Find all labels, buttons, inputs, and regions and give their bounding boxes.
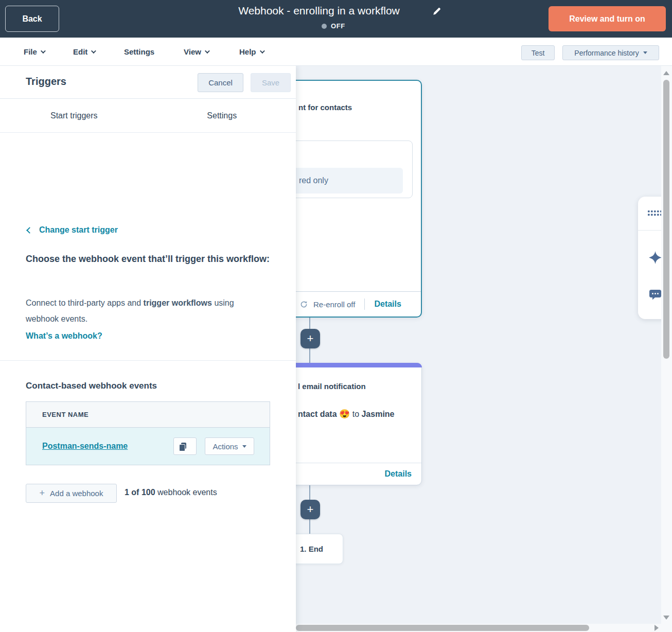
event-name-link[interactable]: Postman-sends-name: [42, 442, 128, 451]
menu-view[interactable]: View: [184, 38, 208, 65]
caret-down-icon: [242, 445, 246, 448]
tab-settings[interactable]: Settings: [148, 99, 296, 132]
scroll-right-arrow[interactable]: [655, 625, 659, 631]
table-header-event-name: EVENT NAME: [26, 402, 270, 428]
action-card-body: ntact data 😍 to Jasmine: [298, 409, 395, 419]
back-button[interactable]: Back: [5, 6, 59, 32]
menubar: File Edit Settings View Help Test Perfor…: [0, 38, 672, 66]
change-start-trigger-link[interactable]: Change start trigger: [27, 225, 118, 235]
workflow-title: Webhook - enrolling in a workflow: [175, 5, 463, 17]
workflow-editor-screen: nt for contacts red only Re-enroll off D…: [0, 0, 672, 632]
scroll-up-arrow[interactable]: [663, 71, 669, 75]
vertical-scrollbar[interactable]: [661, 66, 672, 624]
panel-intro-text: Connect to third-party apps and trigger …: [26, 295, 257, 327]
status-dot-icon: [322, 24, 327, 29]
add-action-button[interactable]: +: [300, 329, 320, 348]
chevron-down-icon: [41, 48, 46, 54]
caret-down-icon: [643, 51, 647, 54]
menu-settings[interactable]: Settings: [124, 38, 154, 65]
horizontal-scrollbar-thumb[interactable]: [296, 625, 589, 631]
panel-tabs: Start triggers Settings: [0, 99, 296, 133]
menu-edit[interactable]: Edit: [73, 38, 95, 65]
action-card-title: l email notification: [298, 382, 366, 391]
vertical-scrollbar-thumb[interactable]: [663, 80, 669, 359]
webhook-count: 1 of 100 webhook events: [125, 488, 217, 497]
actions-dropdown-button[interactable]: Actions: [205, 437, 254, 455]
save-button[interactable]: Save: [251, 73, 291, 92]
test-button[interactable]: Test: [521, 45, 555, 60]
table-row: Postman-sends-name Actions: [26, 428, 270, 465]
chevron-down-icon: [91, 48, 96, 54]
webhook-events-table: EVENT NAME Postman-sends-name Actions: [26, 401, 270, 465]
menu-help[interactable]: Help: [239, 38, 263, 65]
heart-eyes-emoji: 😍: [339, 409, 350, 419]
section-title: Contact-based webhook events: [26, 381, 157, 391]
scroll-down-arrow[interactable]: [663, 616, 669, 620]
triggers-panel-header: Triggers Cancel Save: [0, 66, 296, 99]
reenroll-refresh-icon: [299, 300, 308, 309]
trigger-card-title: nt for contacts: [298, 103, 352, 112]
add-action-button[interactable]: +: [300, 500, 320, 519]
panel-heading: Choose the webhook event that’ll trigger…: [26, 252, 273, 266]
trigger-filter-text: red only: [299, 168, 328, 194]
chevron-down-icon: [205, 48, 210, 54]
panel-title: Triggers: [26, 76, 66, 87]
workflow-status: OFF: [322, 22, 345, 30]
whats-a-webhook-link[interactable]: What’s a webhook?: [26, 331, 102, 341]
topbar: Back Webhook - enrolling in a workflow O…: [0, 0, 672, 38]
performance-history-button[interactable]: Performance history: [562, 45, 659, 60]
chevron-down-icon: [259, 48, 264, 54]
reenroll-status: Re-enroll off: [313, 300, 355, 309]
chevron-left-icon: [26, 227, 33, 234]
section-divider: [0, 360, 296, 361]
plus-icon: +: [40, 488, 45, 499]
copy-button[interactable]: [173, 437, 197, 455]
tab-start-triggers[interactable]: Start triggers: [0, 99, 148, 132]
review-and-turn-on-button[interactable]: Review and turn on: [549, 6, 666, 31]
cancel-button[interactable]: Cancel: [198, 73, 243, 92]
copy-icon: [181, 443, 186, 449]
triggers-panel: Triggers Cancel Save Start triggers Sett…: [0, 66, 296, 632]
end-card-label: 1. End: [300, 534, 323, 564]
horizontal-scrollbar[interactable]: [296, 624, 672, 632]
add-webhook-button[interactable]: + Add a webhook: [26, 484, 117, 503]
action-details-link[interactable]: Details: [385, 469, 412, 479]
footer-divider: [364, 299, 365, 310]
trigger-details-link[interactable]: Details: [374, 300, 401, 309]
menu-file[interactable]: File: [24, 38, 44, 65]
edit-pencil-icon[interactable]: [432, 7, 441, 16]
